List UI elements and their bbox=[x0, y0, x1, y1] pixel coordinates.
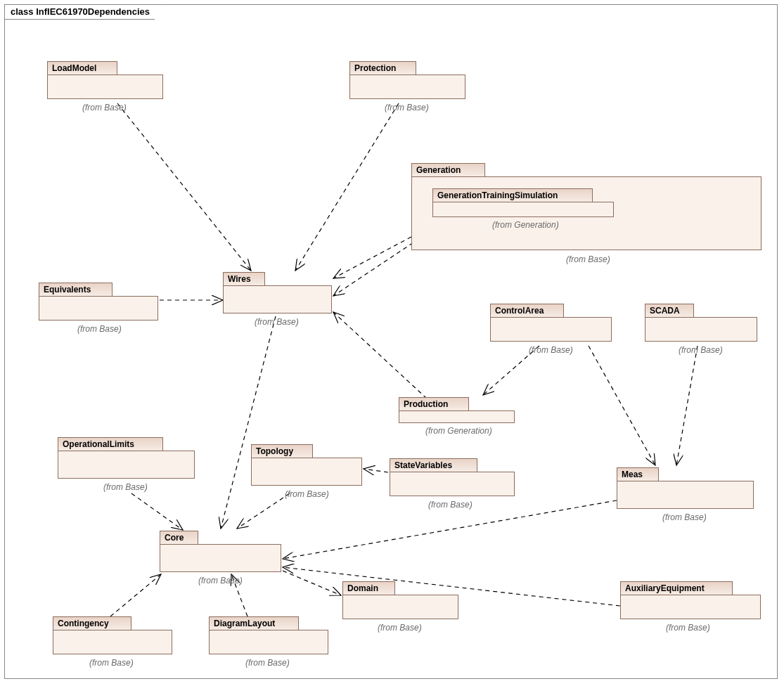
origin-label: (from Base) bbox=[529, 345, 573, 355]
edge-wires-core bbox=[221, 316, 276, 529]
package-statevariables-label: StateVariables bbox=[390, 458, 477, 472]
package-equivalents-label: Equivalents bbox=[39, 283, 113, 297]
origin-label: (from Base) bbox=[428, 500, 473, 510]
diagram-frame: class InfIEC61970Dependencies bbox=[4, 4, 778, 679]
edge-scada-meas bbox=[676, 346, 698, 465]
package-production-label: Production bbox=[399, 397, 469, 411]
package-contingency-label: Contingency bbox=[53, 616, 131, 630]
package-protection-label: Protection bbox=[349, 61, 416, 75]
origin-label: (from Base) bbox=[679, 345, 723, 355]
origin-label: (from Generation) bbox=[492, 220, 559, 230]
package-domain-label: Domain bbox=[342, 581, 395, 595]
origin-label: (from Base) bbox=[77, 324, 122, 334]
origin-label: (from Base) bbox=[666, 623, 710, 633]
origin-label: (from Base) bbox=[103, 482, 148, 492]
package-operationallimits-label: OperationalLimits bbox=[58, 437, 163, 451]
package-scada-label: SCADA bbox=[645, 304, 694, 318]
package-topology-label: Topology bbox=[251, 444, 313, 458]
origin-label: (from Base) bbox=[245, 658, 290, 668]
canvas: LoadModel (from Base) Protection (from B… bbox=[5, 5, 777, 678]
package-wires-label: Wires bbox=[223, 272, 265, 286]
edge-oplimits-core bbox=[131, 493, 183, 530]
origin-label: (from Base) bbox=[285, 489, 329, 499]
package-diagramlayout-label: DiagramLayout bbox=[209, 616, 299, 630]
package-gentrainsim-label: GenerationTrainingSimulation bbox=[432, 188, 593, 202]
edge-controlarea-meas bbox=[589, 346, 655, 465]
edge-topology-core bbox=[237, 493, 290, 529]
package-loadmodel-label: LoadModel bbox=[47, 61, 117, 75]
edge-loadmodel-wires bbox=[117, 103, 251, 271]
origin-label: (from Generation) bbox=[425, 426, 492, 436]
origin-label: (from Base) bbox=[89, 658, 134, 668]
edge-core-domain bbox=[283, 571, 341, 595]
origin-label: (from Base) bbox=[566, 254, 610, 264]
origin-label: (from Base) bbox=[662, 512, 707, 522]
package-core-label: Core bbox=[160, 531, 198, 545]
package-controlarea-label: ControlArea bbox=[490, 304, 564, 318]
edge-contingency-core bbox=[110, 574, 161, 616]
package-meas-label: Meas bbox=[617, 467, 659, 481]
package-auxeq-label: AuxiliaryEquipment bbox=[620, 581, 733, 595]
edge-generation-wires bbox=[333, 237, 411, 278]
origin-label: (from Base) bbox=[198, 576, 243, 585]
edge-statevariables-topology bbox=[364, 469, 388, 472]
origin-label: (from Base) bbox=[378, 623, 422, 633]
package-generation-label: Generation bbox=[411, 163, 485, 177]
edge-production-wires bbox=[333, 312, 427, 399]
origin-label: (from Base) bbox=[385, 103, 429, 112]
edge-protection-wires bbox=[295, 103, 399, 271]
origin-label: (from Base) bbox=[82, 103, 127, 112]
origin-label: (from Base) bbox=[255, 317, 299, 327]
